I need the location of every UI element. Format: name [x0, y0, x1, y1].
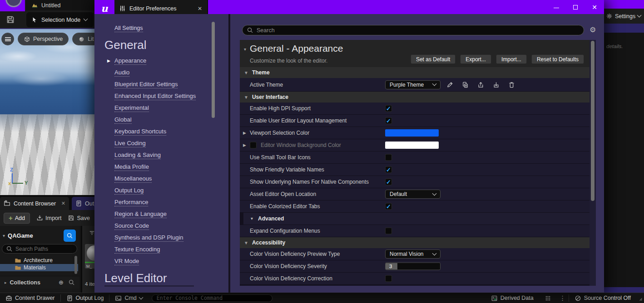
sidebar-item-global[interactable]: Global	[94, 114, 213, 126]
settings-search-input[interactable]	[257, 27, 556, 34]
tab-content-browser[interactable]: Content Browser ✕	[0, 197, 69, 210]
search-paths-input[interactable]	[15, 246, 65, 252]
close-button[interactable]: ✕	[585, 0, 604, 14]
more-options-button[interactable]: ⋮	[557, 293, 569, 303]
section-header-user-interface[interactable]: ▼User Interface	[240, 92, 590, 103]
sidebar-item-source-code[interactable]: Source Code	[94, 220, 213, 232]
viewport-menu-button[interactable]	[1, 33, 14, 45]
output-log-button[interactable]: Output Log	[61, 293, 109, 303]
sidebar-item-enhanced-input-editor-settings[interactable]: Enhanced Input Editor Settings	[94, 90, 213, 102]
combo-box[interactable]: Purple Theme	[385, 80, 441, 89]
setting-row-enable-user-editor-layout-management: Enable User Editor Layout Management✓	[240, 115, 590, 127]
content-drawer-button[interactable]: Content Drawer	[0, 293, 60, 303]
color-swatch[interactable]	[385, 129, 439, 137]
checkbox[interactable]	[385, 154, 392, 161]
panel-scrollbar-thumb[interactable]	[591, 41, 594, 201]
minimize-button[interactable]	[547, 0, 566, 14]
sidebar-item-keyboard-shortcuts[interactable]: Keyboard Shortcuts	[94, 126, 213, 137]
sidebar-item-all-settings[interactable]: All Settings	[114, 25, 143, 32]
maximize-button[interactable]	[566, 0, 585, 14]
settings-gear-icon[interactable]: ⚙	[590, 25, 596, 34]
checkbox[interactable]	[385, 228, 392, 235]
checkbox[interactable]	[385, 275, 392, 282]
source-control-button[interactable]: Source Control Off	[569, 293, 636, 303]
project-root-row[interactable]: ▾ QAGame	[3, 230, 77, 242]
collapse-icon[interactable]: ▾	[244, 47, 246, 52]
checkbox[interactable]: ✓	[385, 203, 392, 210]
combo-box[interactable]: Normal Vision	[385, 249, 441, 259]
sidebar-item-loading-saving[interactable]: Loading & Saving	[94, 149, 213, 161]
selection-mode-dropdown[interactable]: Selection Mode	[26, 12, 94, 27]
settings-dropdown[interactable]: Settings	[615, 13, 635, 20]
reset-to-defaults-button[interactable]: Reset to Defaults	[531, 54, 584, 64]
sidebar-item-label: Audio	[114, 69, 129, 77]
sidebar-item-media-profile[interactable]: Media Profile	[94, 161, 213, 173]
level-viewport[interactable]: Perspective Lit S Z Y x	[0, 28, 95, 195]
section-header-theme[interactable]: ▼Theme	[240, 67, 590, 78]
sidebar-item-label: Media Profile	[114, 163, 149, 171]
sidebar-item-appearance[interactable]: ▶Appearance	[94, 55, 213, 67]
add-collection-icon[interactable]: ⊕	[59, 279, 64, 286]
expander-icon[interactable]: ▶	[243, 143, 246, 147]
folder-materials[interactable]: Materials	[0, 264, 78, 271]
export-theme-icon[interactable]	[477, 81, 484, 88]
sidebar-item-label: Keyboard Shortcuts	[114, 128, 166, 136]
add-button[interactable]: + Add	[4, 213, 30, 224]
import-theme-icon[interactable]	[493, 81, 500, 88]
checkbox[interactable]: ✓	[385, 166, 392, 173]
override-checkbox[interactable]	[250, 142, 257, 149]
subsection-advanced[interactable]: ▾Advanced	[240, 213, 590, 225]
export-button[interactable]: Export...	[460, 54, 491, 64]
edit-theme-icon[interactable]	[446, 81, 453, 88]
save-all-button[interactable]: Save	[68, 215, 90, 221]
sidebar-item-label: Blueprint Editor Settings	[114, 81, 178, 88]
sidebar-item-miscellaneous[interactable]: Miscellaneous	[94, 173, 213, 185]
collections-row[interactable]: ▸ Collections ⊕	[0, 276, 79, 288]
sidebar-item-live-coding[interactable]: Live Coding	[94, 137, 213, 149]
expander-icon[interactable]: ▶	[243, 131, 246, 135]
folder-scrollbar[interactable]	[74, 256, 77, 274]
resize-grip-icon[interactable]	[636, 295, 643, 302]
perspective-button[interactable]: Perspective	[18, 33, 69, 45]
section-header-accessibility[interactable]: ▼Accessibility	[240, 237, 590, 248]
project-badge[interactable]	[0, 0, 25, 11]
import-button[interactable]: Import...	[496, 54, 527, 64]
sidebar-item-synthesis-and-dsp-plugin[interactable]: Synthesis and DSP Plugin	[94, 232, 213, 244]
delete-theme-icon[interactable]	[508, 81, 515, 88]
search-icon[interactable]	[68, 279, 75, 286]
sources-search-button[interactable]	[64, 230, 76, 242]
sidebar-item-vr-mode[interactable]: VR Mode	[94, 255, 213, 267]
console-command-input[interactable]	[152, 294, 272, 302]
asset-name-label: M_	[86, 264, 92, 269]
level-tab[interactable]: Untitled	[26, 0, 95, 10]
checkbox[interactable]: ✓	[385, 105, 392, 112]
numeric-field[interactable]: 3	[385, 263, 441, 270]
save-button[interactable]	[4, 13, 17, 26]
color-swatch[interactable]	[385, 142, 439, 149]
window-titlebar[interactable]: ✕	[208, 0, 604, 14]
sidebar-item-performance[interactable]: Performance	[94, 196, 213, 208]
lit-button[interactable]: Lit	[72, 33, 95, 45]
sidebar-item-label: Global	[114, 116, 132, 124]
sidebar-scrollbar[interactable]	[212, 22, 215, 118]
sidebar-item-texture-encoding[interactable]: Texture Encoding	[94, 244, 213, 255]
checkbox[interactable]: ✓	[385, 117, 392, 124]
sidebar-item-output-log[interactable]: Output Log	[94, 185, 213, 196]
fab-grid-button[interactable]	[539, 293, 557, 303]
search-paths-box	[2, 244, 77, 254]
cmd-dropdown[interactable]: Cmd	[109, 293, 148, 303]
derived-data-button[interactable]: Derived Data	[485, 293, 539, 303]
set-as-default-button[interactable]: Set as Default	[411, 54, 456, 64]
panel-scrollbar-track[interactable]	[590, 40, 596, 286]
checkbox[interactable]: ✓	[385, 179, 392, 186]
close-icon[interactable]: ✕	[198, 5, 202, 12]
duplicate-theme-icon[interactable]	[462, 81, 469, 88]
folder-architecture[interactable]: Architecture	[0, 257, 78, 264]
sidebar-item-experimental[interactable]: Experimental	[94, 102, 213, 114]
close-icon[interactable]: ✕	[61, 200, 65, 206]
import-button[interactable]: Import	[36, 215, 61, 221]
sidebar-item-blueprint-editor-settings[interactable]: Blueprint Editor Settings	[94, 78, 213, 90]
sidebar-item-region-language[interactable]: Region & Language	[94, 208, 213, 220]
combo-box[interactable]: Default	[385, 190, 441, 199]
sidebar-item-audio[interactable]: Audio	[94, 67, 213, 78]
